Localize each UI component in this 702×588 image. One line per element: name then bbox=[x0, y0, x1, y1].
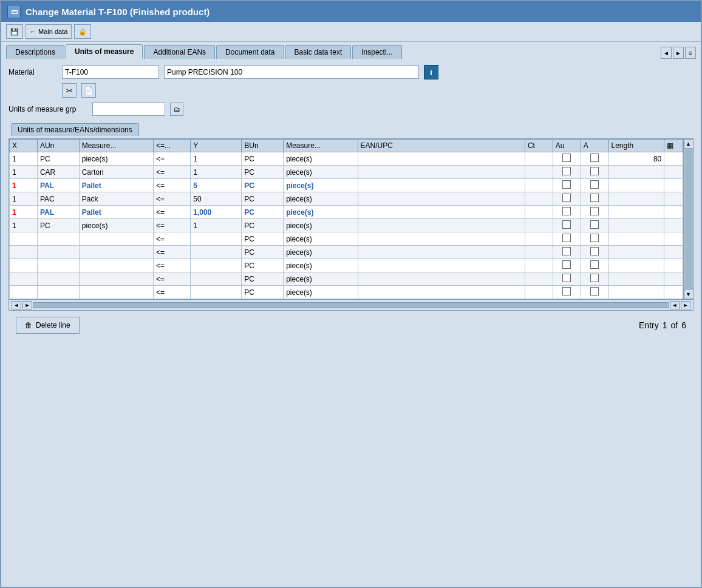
table-row[interactable]: 1PALPallet<=1,000PCpiece(s) bbox=[10, 206, 683, 219]
vertical-scrollbar[interactable]: ▲ ▼ bbox=[683, 139, 693, 299]
checkbox[interactable] bbox=[562, 180, 571, 189]
cell-measure2: piece(s) bbox=[284, 246, 358, 259]
material-description-input[interactable] bbox=[164, 66, 419, 79]
cell-au[interactable] bbox=[553, 259, 581, 272]
table-row[interactable]: <=PCpiece(s) bbox=[10, 272, 683, 286]
cell-a[interactable] bbox=[581, 152, 608, 166]
checkbox[interactable] bbox=[590, 274, 599, 282]
cell-au[interactable] bbox=[553, 219, 581, 232]
cell-a[interactable] bbox=[581, 232, 608, 246]
table-row[interactable]: 1PCpiece(s)<=1PCpiece(s) bbox=[10, 219, 683, 232]
tab-additional-eans[interactable]: Additional EANs bbox=[144, 45, 215, 59]
scroll-down-button[interactable]: ▼ bbox=[684, 289, 693, 299]
cell-aun: PAL bbox=[37, 179, 79, 192]
checkbox[interactable] bbox=[562, 167, 571, 175]
col-header-a: A bbox=[581, 140, 608, 152]
table-tab-label[interactable]: Units of measure/EANs/dimensions bbox=[11, 123, 139, 136]
cell-ct bbox=[525, 219, 553, 232]
cell-a[interactable] bbox=[581, 192, 608, 206]
main-data-button[interactable]: ← Main data bbox=[26, 24, 72, 39]
checkbox[interactable] bbox=[562, 260, 571, 269]
uom-group-input[interactable] bbox=[92, 103, 165, 116]
delete-line-button[interactable]: 🗑 Delete line bbox=[16, 317, 80, 334]
cell-y bbox=[191, 232, 242, 246]
lock-button[interactable]: 🔒 bbox=[74, 24, 91, 39]
cell-a[interactable] bbox=[581, 179, 608, 192]
checkbox[interactable] bbox=[562, 287, 571, 296]
table-row[interactable]: 1CARCarton<=1PCpiece(s) bbox=[10, 166, 683, 179]
cell-a[interactable] bbox=[581, 246, 608, 259]
table-row[interactable]: <=PCpiece(s) bbox=[10, 286, 683, 299]
scroll-left-button[interactable]: ◄ bbox=[12, 301, 21, 309]
checkbox[interactable] bbox=[562, 154, 571, 162]
checkbox[interactable] bbox=[590, 260, 599, 269]
table-row[interactable]: 1PACPack<=50PCpiece(s) bbox=[10, 192, 683, 206]
cell-a[interactable] bbox=[581, 166, 608, 179]
cell-a[interactable] bbox=[581, 206, 608, 219]
checkbox[interactable] bbox=[590, 207, 599, 215]
cell-au[interactable] bbox=[553, 166, 581, 179]
checkbox[interactable] bbox=[562, 274, 571, 282]
cell-a[interactable] bbox=[581, 259, 608, 272]
cell-a[interactable] bbox=[581, 272, 608, 286]
cell-au[interactable] bbox=[553, 179, 581, 192]
tab-basic-data-text[interactable]: Basic data text bbox=[285, 45, 352, 59]
cell-au[interactable] bbox=[553, 206, 581, 219]
toolbar: 💾 ← Main data 🔒 bbox=[1, 22, 701, 42]
cell-au[interactable] bbox=[553, 192, 581, 206]
col-header-bun: BUn bbox=[242, 140, 284, 152]
table-row[interactable]: 1PALPallet<=5PCpiece(s) bbox=[10, 179, 683, 192]
checkbox[interactable] bbox=[562, 220, 571, 229]
cell-au[interactable] bbox=[553, 232, 581, 246]
save-button[interactable]: 💾 bbox=[6, 24, 23, 39]
checkbox[interactable] bbox=[562, 207, 571, 215]
horiz-scroll-thumb[interactable] bbox=[33, 302, 669, 308]
table-row[interactable]: 1PCpiece(s)<=1PCpiece(s)80 bbox=[10, 152, 683, 166]
checkbox[interactable] bbox=[590, 167, 599, 175]
info-button[interactable]: i bbox=[424, 65, 438, 79]
tab-inspection[interactable]: Inspecti... bbox=[352, 45, 401, 59]
checkbox[interactable] bbox=[590, 247, 599, 255]
tab-units-of-measure[interactable]: Units of measure bbox=[66, 44, 143, 59]
uom-group-browse[interactable]: 🗂 bbox=[170, 103, 183, 116]
cell-au[interactable] bbox=[553, 246, 581, 259]
checkbox[interactable] bbox=[590, 180, 599, 189]
cell-a[interactable] bbox=[581, 286, 608, 299]
cell-au[interactable] bbox=[553, 286, 581, 299]
scroll-thumb[interactable] bbox=[684, 149, 693, 289]
checkbox[interactable] bbox=[590, 154, 599, 162]
col-header-au: Au bbox=[553, 140, 581, 152]
tab-nav-right[interactable]: ► bbox=[673, 47, 684, 59]
table-row[interactable]: <=PCpiece(s) bbox=[10, 259, 683, 272]
checkbox[interactable] bbox=[562, 234, 571, 242]
checkbox[interactable] bbox=[562, 247, 571, 255]
copy-button[interactable]: 📄 bbox=[81, 83, 96, 98]
cell-extra bbox=[664, 219, 683, 232]
checkbox[interactable] bbox=[590, 220, 599, 229]
table-row[interactable]: <=PCpiece(s) bbox=[10, 232, 683, 246]
scroll-right-button[interactable]: ► bbox=[22, 301, 32, 309]
tab-descriptions[interactable]: Descriptions bbox=[6, 45, 64, 59]
cell-au[interactable] bbox=[553, 152, 581, 166]
checkbox[interactable] bbox=[590, 287, 599, 296]
horiz-scroll-far-left[interactable]: ◄ bbox=[670, 301, 680, 309]
tab-nav-left[interactable]: ◄ bbox=[661, 47, 672, 59]
scroll-up-button[interactable]: ▲ bbox=[684, 139, 693, 149]
material-input[interactable] bbox=[62, 66, 159, 79]
cell-au[interactable] bbox=[553, 272, 581, 286]
entry-info: Entry 1 of 6 bbox=[639, 320, 686, 330]
checkbox[interactable] bbox=[590, 194, 599, 202]
horiz-scroll-far-right[interactable]: ► bbox=[681, 301, 690, 309]
checkbox[interactable] bbox=[562, 194, 571, 202]
cell-lteq: <= bbox=[154, 179, 191, 192]
cell-ean bbox=[358, 286, 525, 299]
cell-measure bbox=[79, 272, 153, 286]
cell-a[interactable] bbox=[581, 219, 608, 232]
table-row[interactable]: <=PCpiece(s) bbox=[10, 246, 683, 259]
tab-nav-menu[interactable]: ≡ bbox=[685, 47, 696, 59]
tab-document-data[interactable]: Document data bbox=[216, 45, 284, 59]
scissors-button[interactable]: ✂ bbox=[62, 83, 77, 98]
cell-y: 1 bbox=[191, 152, 242, 166]
column-settings-icon[interactable]: ▦ bbox=[667, 141, 673, 150]
checkbox[interactable] bbox=[590, 234, 599, 242]
